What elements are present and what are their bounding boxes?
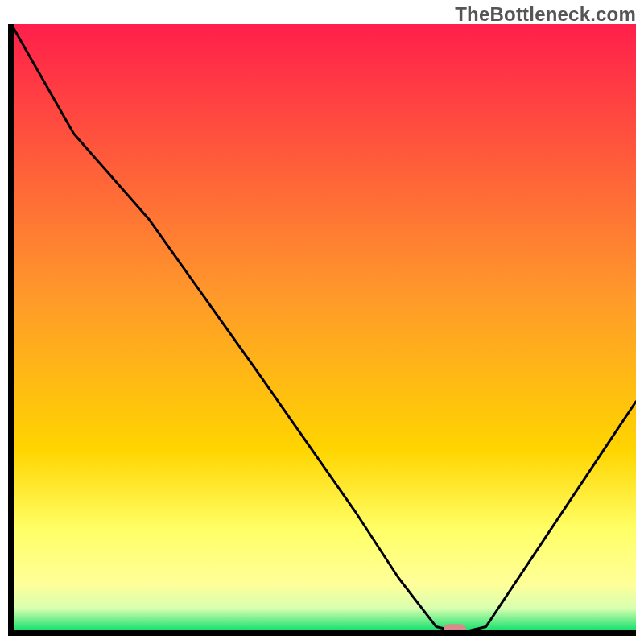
chart-container: TheBottleneck.com [0, 0, 644, 644]
bottleneck-chart [8, 24, 636, 636]
chart-svg [8, 24, 636, 636]
watermark-text: TheBottleneck.com [455, 3, 636, 26]
